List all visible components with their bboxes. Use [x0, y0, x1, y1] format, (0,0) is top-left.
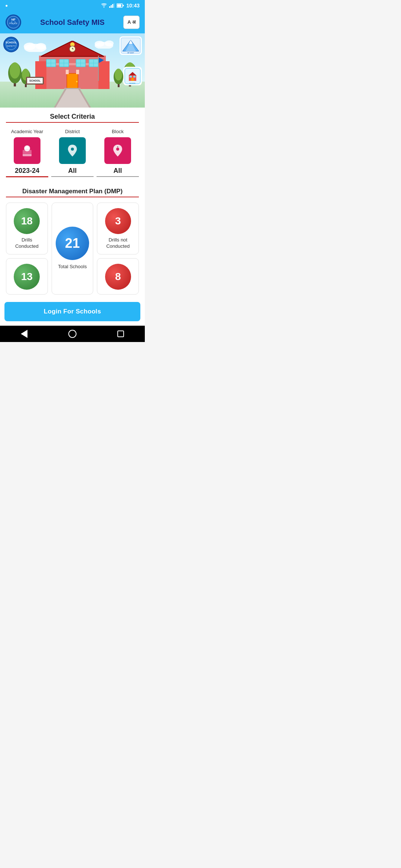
drills-not-conducted-value: 3: [115, 215, 121, 227]
app-logo: HP POLICE: [5, 14, 22, 30]
hero-logo-bottom-right: SCHOOL: [123, 67, 142, 85]
svg-text:SCHOOL: SCHOOL: [6, 41, 17, 44]
tree-right2: [113, 65, 124, 87]
block-value: All: [97, 167, 139, 176]
stat-bottom-left-circle: 13: [14, 264, 40, 290]
svg-text:HP GOVT: HP GOVT: [127, 52, 134, 54]
dmp-title: Disaster Management Plan (DMP): [6, 188, 139, 195]
svg-rect-4: [114, 3, 114, 8]
drills-conducted-value: 18: [21, 215, 33, 227]
svg-rect-6: [117, 4, 121, 7]
svg-text:SCHOOL: SCHOOL: [130, 82, 136, 84]
block-label: Block: [112, 129, 124, 134]
drills-conducted-label: Drills Conducted: [9, 237, 45, 250]
school-sign: SCHOOL: [26, 77, 44, 85]
block-icon: [104, 137, 131, 164]
flag-pole: [93, 56, 104, 82]
dmp-divider: [6, 197, 139, 197]
bottom-nav-bar: [0, 326, 145, 342]
svg-rect-79: [131, 78, 134, 81]
svg-text:SAFETY: SAFETY: [7, 45, 15, 47]
total-schools-card: 21 Total Schools: [52, 203, 94, 295]
status-bar: ● 10:43: [0, 0, 145, 11]
svg-rect-35: [35, 61, 46, 89]
hero-logo-left: SCHOOL SAFETY: [3, 36, 19, 53]
criteria-title: Select Criteria: [6, 113, 139, 121]
svg-text:HP: HP: [11, 18, 16, 21]
app-bar: HP POLICE School Safety MIS A अ: [0, 11, 145, 33]
status-right-icons: 10:43: [101, 3, 140, 9]
stat-bottom-right-card: 8: [97, 258, 139, 295]
stat-bottom-right-circle: 8: [105, 264, 131, 290]
language-toggle-button[interactable]: A अ: [123, 16, 140, 29]
svg-rect-62: [98, 56, 99, 81]
svg-point-88: [71, 148, 74, 151]
total-schools-label: Total Schools: [58, 264, 87, 270]
stats-center-col: 21 Total Schools: [52, 203, 94, 295]
dmp-section: Disaster Management Plan (DMP) 18 Drills…: [0, 183, 145, 298]
drills-not-conducted-card: 3 Drills not Conducted: [97, 203, 139, 254]
status-time: 10:43: [126, 3, 140, 9]
home-button[interactable]: [63, 327, 82, 341]
stat-bottom-right-value: 8: [115, 271, 121, 283]
drills-not-conducted-label: Drills not Conducted: [100, 237, 136, 250]
svg-rect-1: [109, 6, 110, 8]
district-container[interactable]: All: [51, 167, 94, 177]
login-for-schools-button[interactable]: Login For Schools: [4, 302, 140, 321]
svg-rect-2: [111, 5, 112, 8]
svg-rect-60: [66, 70, 69, 74]
stat-bottom-left-card: 13: [6, 258, 48, 295]
svg-rect-58: [64, 88, 81, 89]
svg-point-0: [104, 7, 104, 7]
academic-year-item[interactable]: Academic Year 2023-24: [6, 129, 48, 177]
tree-left: [7, 57, 22, 87]
back-icon: [21, 330, 27, 338]
total-schools-circle: 21: [56, 227, 89, 260]
svg-point-21: [10, 62, 20, 79]
battery-icon: [117, 3, 124, 8]
home-icon: [68, 330, 76, 338]
svg-point-30: [115, 69, 122, 80]
hero-logo-right: HP GOVT: [120, 36, 142, 55]
svg-rect-87: [23, 154, 32, 156]
svg-rect-81: [133, 76, 136, 78]
criteria-row: Academic Year 2023-24 District: [6, 129, 139, 177]
svg-rect-80: [130, 76, 132, 78]
svg-rect-61: [76, 70, 79, 74]
district-item[interactable]: District All: [51, 129, 94, 177]
svg-point-14: [24, 43, 36, 50]
back-button[interactable]: [15, 327, 33, 341]
select-criteria-section: Select Criteria Academic Year 2023-24 Di…: [0, 108, 145, 183]
block-item[interactable]: Block All: [97, 129, 139, 177]
stats-left-col: 18 Drills Conducted 13: [6, 203, 48, 295]
district-icon: [59, 137, 86, 164]
signal-icon: [109, 3, 114, 8]
academic-year-label: Academic Year: [11, 129, 43, 134]
total-schools-value: 21: [65, 236, 80, 251]
stats-container: 18 Drills Conducted 13 21 Total Schools: [6, 203, 139, 298]
svg-rect-7: [123, 5, 124, 6]
svg-rect-86: [25, 148, 29, 149]
academic-year-container[interactable]: 2023-24: [6, 167, 48, 177]
academic-year-value: 2023-24: [6, 167, 48, 176]
drills-conducted-circle: 18: [14, 208, 40, 234]
drills-not-conducted-circle: 3: [105, 208, 131, 234]
recents-button[interactable]: [111, 327, 130, 341]
district-label: District: [65, 129, 80, 134]
drills-conducted-card: 18 Drills Conducted: [6, 203, 48, 254]
svg-point-57: [76, 81, 78, 82]
district-value: All: [51, 167, 94, 176]
block-container[interactable]: All: [97, 167, 139, 177]
hero-banner: SCHOOL SCHOOL SAFETY HP GOVT: [0, 33, 145, 108]
recents-icon: [117, 331, 124, 337]
academic-year-icon: [14, 137, 40, 164]
stat-bottom-left-value: 13: [21, 271, 33, 283]
status-indicator: ●: [5, 3, 8, 8]
svg-point-89: [116, 148, 119, 151]
svg-rect-3: [112, 4, 113, 8]
app-title: School Safety MIS: [25, 18, 120, 27]
wifi-icon: [101, 3, 107, 8]
stats-right-col: 3 Drills not Conducted 8: [97, 203, 139, 295]
criteria-divider: [6, 122, 139, 123]
svg-marker-63: [99, 57, 104, 63]
